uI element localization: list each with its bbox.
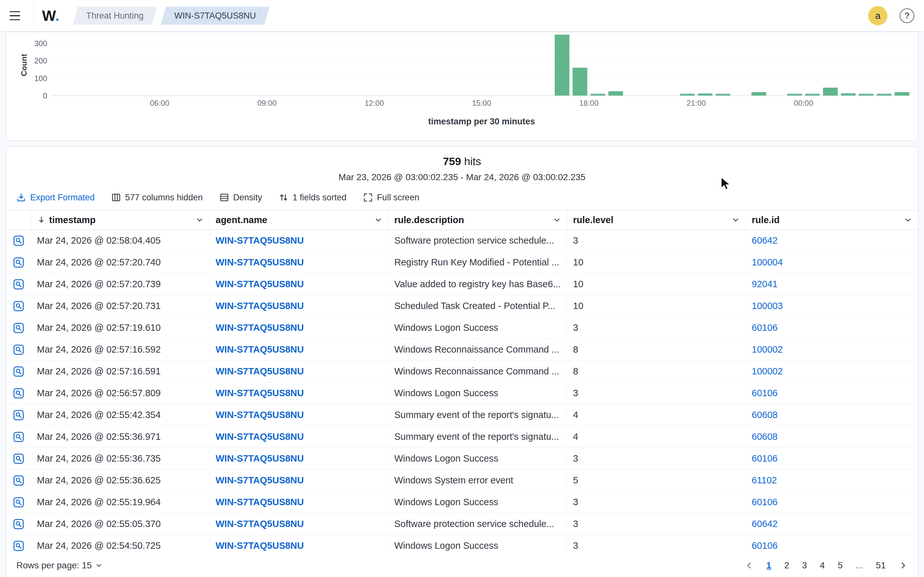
expand-document-button[interactable] (13, 278, 25, 290)
table-row: Mar 24, 2026 @ 02:55:19.964 WIN-S7TAQ5US… (6, 492, 918, 513)
breadcrumb-threat-hunting[interactable]: Threat Hunting (73, 7, 157, 25)
column-header-rule-id[interactable]: rule.id (746, 210, 918, 229)
cell-rule-description: Windows Logon Success (389, 317, 567, 338)
pagination: 12345...51 (745, 560, 908, 571)
histogram-bar (895, 92, 909, 95)
cell-rule-id[interactable]: 100004 (746, 251, 918, 273)
avatar[interactable]: a (868, 6, 887, 25)
expand-document-button[interactable] (13, 300, 25, 312)
density-button[interactable]: Density (220, 193, 262, 203)
expand-document-button[interactable] (13, 343, 25, 356)
cell-rule-description: Summary event of the report's signatu... (389, 426, 567, 448)
expand-document-button[interactable] (13, 540, 25, 552)
help-icon[interactable]: ? (900, 8, 914, 23)
cell-rule-id[interactable]: 60106 (746, 317, 918, 338)
page-button-51[interactable]: 51 (876, 560, 886, 571)
app-logo[interactable]: W. (42, 7, 59, 24)
column-label: agent.name (216, 215, 267, 226)
cell-agent-name[interactable]: WIN-S7TAQ5US8NU (210, 339, 389, 360)
inspect-document-icon (13, 453, 24, 464)
download-icon (16, 193, 26, 202)
cell-timestamp: Mar 24, 2026 @ 02:58:04.405 (31, 230, 210, 251)
cell-agent-name[interactable]: WIN-S7TAQ5US8NU (210, 513, 389, 535)
columns-hidden-button[interactable]: 577 columns hidden (111, 193, 203, 203)
expand-document-button[interactable] (13, 409, 25, 421)
page-button-3[interactable]: 3 (802, 560, 807, 571)
cell-controls (6, 251, 31, 273)
fields-sorted-button[interactable]: 1 fields sorted (279, 193, 347, 203)
expand-document-button[interactable] (13, 431, 25, 443)
cell-agent-name[interactable]: WIN-S7TAQ5US8NU (210, 274, 389, 295)
cell-rule-id[interactable]: 92041 (746, 274, 918, 295)
cell-agent-name[interactable]: WIN-S7TAQ5US8NU (210, 317, 389, 338)
table-footer: Rows per page: 15 12345...51 (6, 554, 918, 577)
cell-agent-name[interactable]: WIN-S7TAQ5US8NU (210, 361, 389, 382)
chevron-down-icon (195, 216, 204, 224)
cell-timestamp: Mar 24, 2026 @ 02:57:20.731 (31, 295, 210, 317)
y-tick-label: 0 (43, 91, 47, 100)
export-formatted-button[interactable]: Export Formated (16, 193, 95, 203)
expand-document-button[interactable] (13, 496, 25, 508)
menu-icon[interactable] (10, 7, 26, 24)
full-screen-button[interactable]: Full screen (363, 193, 419, 203)
cell-rule-id[interactable]: 60642 (746, 513, 918, 535)
cell-agent-name[interactable]: WIN-S7TAQ5US8NU (210, 382, 389, 404)
expand-document-button[interactable] (13, 366, 25, 378)
rows-per-page-selector[interactable]: Rows per page: 15 (16, 560, 103, 571)
expand-document-button[interactable] (13, 235, 25, 247)
cell-rule-id[interactable]: 60106 (746, 448, 918, 469)
expand-document-button[interactable] (13, 518, 25, 530)
cell-rule-id[interactable]: 60106 (746, 535, 918, 556)
column-header-rule-description[interactable]: rule.description (389, 210, 567, 229)
logo-dot: . (55, 7, 59, 24)
cell-agent-name[interactable]: WIN-S7TAQ5US8NU (210, 470, 389, 491)
cell-rule-id[interactable]: 100002 (746, 361, 918, 382)
cell-agent-name[interactable]: WIN-S7TAQ5US8NU (210, 492, 389, 513)
x-tick-label: 09:00 (257, 99, 276, 107)
cell-agent-name[interactable]: WIN-S7TAQ5US8NU (210, 230, 389, 251)
cell-rule-id[interactable]: 60608 (746, 404, 918, 426)
column-header-rule-level[interactable]: rule.level (567, 210, 746, 229)
column-header-timestamp[interactable]: timestamp (31, 210, 210, 229)
breadcrumb-win-s7taq5us8nu[interactable]: WIN-S7TAQ5US8NU (161, 7, 270, 25)
cell-rule-id[interactable]: 60642 (746, 230, 918, 251)
cell-agent-name[interactable]: WIN-S7TAQ5US8NU (210, 448, 389, 469)
histogram-bar (698, 93, 712, 95)
expand-document-button[interactable] (13, 453, 25, 465)
cell-agent-name[interactable]: WIN-S7TAQ5US8NU (210, 535, 389, 556)
cell-timestamp: Mar 24, 2026 @ 02:57:20.740 (31, 251, 210, 273)
table-body: Mar 24, 2026 @ 02:58:04.405 WIN-S7TAQ5US… (6, 230, 918, 557)
expand-document-button[interactable] (13, 322, 25, 334)
cell-rule-description: Windows Logon Success (389, 535, 567, 556)
cell-rule-level: 8 (567, 361, 746, 382)
cell-agent-name[interactable]: WIN-S7TAQ5US8NU (210, 295, 389, 317)
cell-rule-id[interactable]: 61102 (746, 470, 918, 491)
cell-timestamp: Mar 24, 2026 @ 02:57:16.591 (31, 361, 210, 382)
column-header-agent-name[interactable]: agent.name (210, 210, 389, 229)
cell-rule-description: Windows Logon Success (389, 382, 567, 404)
page-button-1[interactable]: 1 (766, 560, 772, 571)
expand-document-button[interactable] (13, 256, 25, 269)
cell-rule-id[interactable]: 60608 (746, 426, 918, 448)
page-button-2[interactable]: 2 (784, 560, 789, 571)
cell-agent-name[interactable]: WIN-S7TAQ5US8NU (210, 426, 389, 448)
expand-document-button[interactable] (13, 387, 25, 400)
previous-page-button[interactable] (745, 561, 754, 570)
histogram-bar (591, 94, 606, 95)
columns-icon (111, 193, 121, 202)
cell-agent-name[interactable]: WIN-S7TAQ5US8NU (210, 251, 389, 273)
inspect-document-icon (13, 519, 24, 530)
cell-agent-name[interactable]: WIN-S7TAQ5US8NU (210, 404, 389, 426)
page-button-5[interactable]: 5 (838, 560, 843, 571)
histogram-bar (823, 88, 838, 95)
page-button-4[interactable]: 4 (820, 560, 825, 571)
cell-rule-id[interactable]: 100003 (746, 295, 918, 317)
expand-document-button[interactable] (13, 474, 25, 487)
cell-rule-id[interactable]: 100002 (746, 339, 918, 360)
column-label: rule.description (394, 215, 464, 226)
cell-rule-id[interactable]: 60106 (746, 492, 918, 513)
table-toolbar: Export Formated 577 columns hidden Densi… (6, 191, 918, 204)
cell-controls (6, 382, 31, 404)
cell-rule-id[interactable]: 60106 (746, 382, 918, 404)
next-page-button[interactable] (899, 561, 908, 570)
